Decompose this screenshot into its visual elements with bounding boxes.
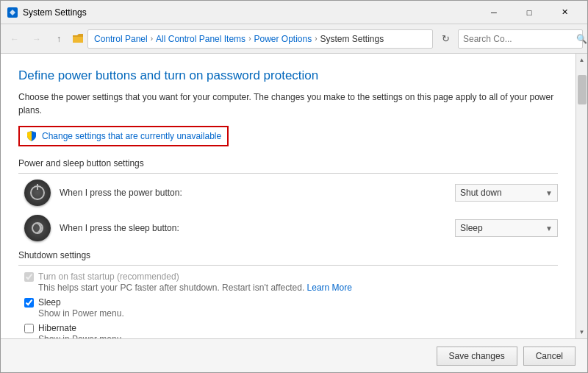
scrollbar: ▲ ▼ <box>576 54 587 338</box>
scrollbar-thumb[interactable] <box>578 75 587 104</box>
scrollbar-track <box>576 66 587 326</box>
sleep-button-label: When I press the sleep button: <box>60 223 455 233</box>
title-bar: System Settings ─ □ ✕ <box>1 1 587 24</box>
power-button-chevron: ▼ <box>545 189 553 197</box>
hibernate-sublabel: Show in Power menu. <box>38 334 558 338</box>
change-settings-label: Change settings that are currently unava… <box>42 131 221 141</box>
breadcrumb-current: System Settings <box>320 34 384 44</box>
sleep-label-row: Sleep <box>24 297 558 308</box>
power-icon <box>24 180 51 206</box>
fast-startup-checkbox[interactable] <box>24 272 34 282</box>
sleep-checkbox[interactable] <box>24 298 34 308</box>
breadcrumb-bar: Control Panel › All Control Panel Items … <box>87 29 433 49</box>
folder-icon <box>71 32 85 46</box>
maximize-button[interactable]: □ <box>512 1 546 24</box>
hibernate-label: Hibernate <box>38 323 76 333</box>
power-button-value: Shut down <box>460 188 502 198</box>
scroll-down-button[interactable]: ▼ <box>576 326 588 338</box>
sleep-shutdown-row: Sleep Show in Power menu. <box>24 297 558 319</box>
breadcrumb-control-panel[interactable]: Control Panel <box>94 34 148 44</box>
search-box: 🔍 <box>458 29 583 49</box>
address-bar: ← → ↑ Control Panel › All Control Panel … <box>1 24 587 54</box>
fast-startup-sublabel: This helps start your PC faster after sh… <box>38 283 558 293</box>
refresh-button[interactable]: ↻ <box>436 29 455 49</box>
forward-button[interactable]: → <box>27 29 46 49</box>
content-area: Define power buttons and turn on passwor… <box>1 54 576 338</box>
sleep-sublabel: Show in Power menu. <box>38 308 558 319</box>
fast-startup-label-row: Turn on fast startup (recommended) <box>24 271 558 282</box>
back-button[interactable]: ← <box>5 29 24 49</box>
search-icon: 🔍 <box>576 34 587 44</box>
page-description: Choose the power settings that you want … <box>18 90 558 117</box>
hibernate-checkbox[interactable] <box>24 324 34 333</box>
fast-startup-row: Turn on fast startup (recommended) This … <box>24 271 558 293</box>
window-controls: ─ □ ✕ <box>477 1 581 24</box>
search-input[interactable] <box>463 34 573 44</box>
main-area: Define power buttons and turn on passwor… <box>1 54 587 338</box>
learn-more-link[interactable]: Learn More <box>307 283 352 293</box>
sleep-button-row: When I press the sleep button: Sleep ▼ <box>24 215 558 241</box>
hibernate-row: Hibernate Show in Power menu. <box>24 323 558 338</box>
power-button-label: When I press the power button: <box>60 188 455 198</box>
sleep-shutdown-label: Sleep <box>38 297 61 308</box>
save-changes-button[interactable]: Save changes <box>437 347 517 366</box>
breadcrumb-sep-2: › <box>248 35 251 43</box>
shutdown-section: Shutdown settings Turn on fast startup (… <box>18 250 558 338</box>
window-title: System Settings <box>23 7 477 18</box>
page-title: Define power buttons and turn on passwor… <box>18 68 558 83</box>
cancel-button[interactable]: Cancel <box>523 347 576 366</box>
minimize-button[interactable]: ─ <box>477 1 511 24</box>
shutdown-section-title: Shutdown settings <box>18 250 558 266</box>
hibernate-label-row: Hibernate <box>24 323 558 333</box>
power-inner-icon <box>30 185 45 200</box>
breadcrumb-sep-3: › <box>315 35 317 43</box>
breadcrumb-all-items[interactable]: All Control Panel Items <box>156 34 245 44</box>
power-button-dropdown[interactable]: Shut down ▼ <box>455 184 558 202</box>
fast-startup-sublabel-text: This helps start your PC faster after sh… <box>38 283 307 293</box>
sleep-button-chevron: ▼ <box>545 224 553 232</box>
scroll-up-button[interactable]: ▲ <box>576 54 588 66</box>
sleep-button-value: Sleep <box>460 223 483 233</box>
breadcrumb-sep-1: › <box>151 35 153 43</box>
main-window: System Settings ─ □ ✕ ← → ↑ Control Pane… <box>0 0 588 373</box>
power-button-row: When I press the power button: Shut down… <box>24 180 558 206</box>
change-settings-link[interactable]: Change settings that are currently unava… <box>18 126 229 146</box>
power-line-icon <box>37 184 38 190</box>
bottom-bar: Save changes Cancel <box>1 338 587 372</box>
close-button[interactable]: ✕ <box>548 1 581 24</box>
sleep-icon <box>24 215 51 241</box>
up-button[interactable]: ↑ <box>49 29 68 49</box>
shield-uac-icon <box>26 130 37 142</box>
moon-inner-icon <box>32 222 43 234</box>
sleep-button-dropdown[interactable]: Sleep ▼ <box>455 219 558 237</box>
power-section-title: Power and sleep button settings <box>18 158 558 174</box>
breadcrumb-power-options[interactable]: Power Options <box>254 34 312 44</box>
window-icon <box>7 7 18 18</box>
fast-startup-label: Turn on fast startup (recommended) <box>38 271 179 282</box>
